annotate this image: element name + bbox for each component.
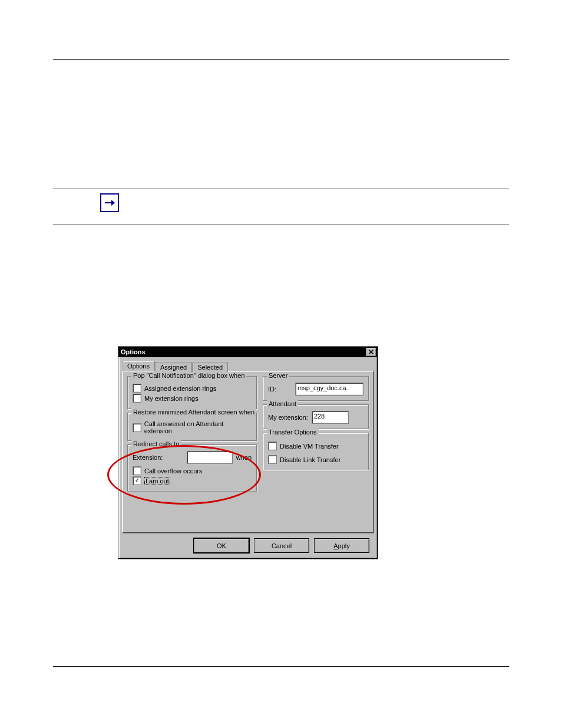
server-id-input[interactable]: msp_cgy_doc.ca. xyxy=(295,383,363,396)
checkbox-label: Call overflow occurs xyxy=(144,467,202,475)
group-restore-screen: Restore minimized Attendant screen when … xyxy=(127,413,257,441)
note-arrow-icon xyxy=(100,193,119,212)
checkbox-i-am-out[interactable] xyxy=(133,476,141,485)
right-column: Server ID: msp_cgy_doc.ca. Attendant My … xyxy=(263,376,369,528)
group-attendant: Attendant My extension: 228 xyxy=(263,404,369,429)
note-divider-block xyxy=(53,189,509,225)
redirect-extension-input[interactable] xyxy=(187,451,233,464)
group-legend: Server xyxy=(267,372,289,379)
close-icon xyxy=(369,350,373,354)
group-legend: Restore minimized Attendant screen when xyxy=(131,409,256,416)
extension-label: Extension: xyxy=(133,454,163,461)
svg-marker-1 xyxy=(111,200,115,206)
checkbox-disable-vm[interactable] xyxy=(268,442,277,450)
tab-bar: Options Assigned Selected xyxy=(122,361,374,371)
group-legend: Redirect calls to xyxy=(131,440,181,447)
checkbox-assigned-rings[interactable] xyxy=(133,384,141,393)
checkbox-call-overflow[interactable] xyxy=(133,466,141,475)
server-id-label: ID: xyxy=(268,386,292,393)
checkbox-label: Disable VM Transfer xyxy=(280,443,339,450)
apply-button[interactable]: Apply xyxy=(314,538,369,553)
tab-page-options: Pop "Call Notification" dialog box when … xyxy=(122,371,374,533)
group-legend: Attendant xyxy=(267,400,298,407)
dialog-title: Options xyxy=(121,348,146,355)
checkbox-label: Assigned extension rings xyxy=(144,385,216,392)
checkbox-label: Disable Link Transfer xyxy=(280,456,340,463)
bottom-rule xyxy=(53,666,509,667)
cancel-button[interactable]: Cancel xyxy=(254,538,309,553)
ok-button[interactable]: OK xyxy=(194,538,249,553)
my-extension-input[interactable]: 228 xyxy=(312,411,349,424)
options-dialog: Options Options Assigned Selected Pop "C… xyxy=(118,346,378,559)
my-extension-label: My extension: xyxy=(268,414,308,421)
close-button[interactable] xyxy=(366,347,376,357)
top-rule xyxy=(53,59,509,60)
checkbox-label: I am out xyxy=(144,477,170,485)
left-column: Pop "Call Notification" dialog box when … xyxy=(127,376,257,528)
group-redirect-calls: Redirect calls to Extension: when Call o… xyxy=(127,444,257,492)
checkbox-call-answered[interactable] xyxy=(133,423,141,432)
group-server: Server ID: msp_cgy_doc.ca. xyxy=(263,376,369,401)
dialog-buttons: OK Cancel Apply xyxy=(194,538,369,553)
dialog-body: Options Assigned Selected Pop "Call Noti… xyxy=(118,357,378,537)
tab-assigned[interactable]: Assigned xyxy=(155,362,192,373)
group-transfer-options: Transfer Options Disable VM Transfer Dis… xyxy=(263,433,369,470)
tab-options[interactable]: Options xyxy=(122,361,155,371)
checkbox-my-ext-rings[interactable] xyxy=(133,394,141,403)
tab-selected[interactable]: Selected xyxy=(192,362,228,373)
checkbox-label: My extension rings xyxy=(144,395,199,402)
group-pop-notification: Pop "Call Notification" dialog box when … xyxy=(127,376,257,409)
group-legend: Pop "Call Notification" dialog box when xyxy=(131,372,246,379)
checkbox-disable-link[interactable] xyxy=(268,455,277,464)
title-bar: Options xyxy=(118,347,378,357)
checkbox-label: Call answered on Attendant extension xyxy=(144,420,252,434)
when-label: when xyxy=(236,454,252,461)
group-legend: Transfer Options xyxy=(267,429,319,436)
